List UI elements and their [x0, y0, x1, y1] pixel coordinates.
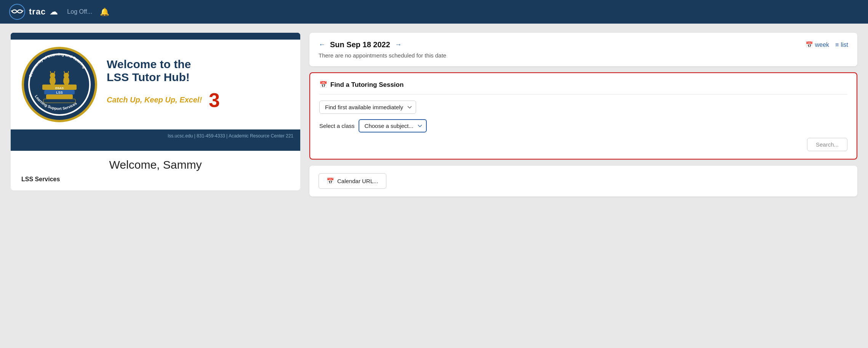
search-button[interactable]: Search... — [807, 138, 847, 151]
top-navigation: trac ☁ Log Off... 🔔 — [0, 0, 868, 24]
calendar-prev-button[interactable]: ← — [319, 41, 325, 49]
svg-text:DSAS: DSAS — [55, 86, 64, 90]
calendar-date: Sun Sep 18 2022 — [330, 40, 390, 49]
lss-services-label: LSS Services — [21, 176, 290, 183]
logo-area: trac ☁ — [9, 4, 58, 20]
calendar-plus-icon: 📅 — [319, 81, 327, 89]
logoff-button[interactable]: Log Off... — [67, 8, 92, 15]
welcome-greeting: Welcome, Sammy — [21, 158, 290, 171]
left-column: DSAS LSS Community of Learning and Tutor… — [11, 33, 300, 190]
calendar-url-button[interactable]: 📅 Calendar URL... — [319, 173, 386, 189]
banner-footer-text: lss.ucsc.edu | 831-459-4333 | Academic R… — [168, 133, 293, 139]
cloud-icon: ☁ — [50, 7, 58, 17]
banner-number: 3 — [209, 89, 220, 112]
welcome-section: Welcome, Sammy LSS Services — [11, 151, 300, 190]
search-row: Search... — [319, 138, 847, 151]
main-content: DSAS LSS Community of Learning and Tutor… — [0, 24, 868, 206]
subject-dropdown[interactable]: Choose a subject... — [359, 119, 427, 132]
list-icon: ≡ — [835, 42, 839, 48]
find-tutoring-title: 📅 Find a Tutoring Session — [319, 81, 847, 94]
calendar-week-icon: 📅 — [806, 41, 813, 48]
svg-text:LSS: LSS — [56, 91, 63, 94]
list-view-button[interactable]: ≡ list — [835, 42, 848, 48]
calendar-navigation: ← Sun Sep 18 2022 → — [319, 40, 402, 49]
calendar-next-button[interactable]: → — [395, 41, 402, 49]
banner-welcome-line2: LSS Tutor Hub! — [107, 71, 190, 83]
class-selector-row: Select a class Choose a subject... — [319, 119, 847, 132]
class-label: Select a class — [319, 123, 355, 129]
availability-row: Find first available immediately — [319, 101, 847, 114]
availability-dropdown[interactable]: Find first available immediately — [319, 101, 416, 114]
find-tutoring-card: 📅 Find a Tutoring Session Find first ava… — [309, 72, 857, 160]
svg-line-5 — [22, 11, 23, 11]
banner-text: Welcome to the LSS Tutor Hub! Catch Up, … — [107, 58, 220, 112]
right-column: ← Sun Sep 18 2022 → 📅 week ≡ list There … — [309, 33, 857, 196]
calendar-view-buttons: 📅 week ≡ list — [806, 41, 848, 48]
trac-logo-icon — [9, 4, 25, 20]
find-tutoring-body: Find first available immediately Select … — [319, 101, 847, 151]
calendar-url-card: 📅 Calendar URL... — [309, 166, 857, 196]
banner-welcome-line1: Welcome to the — [107, 58, 191, 70]
svg-rect-12 — [43, 99, 75, 103]
lss-logo: DSAS LSS Community of Learning and Tutor… — [21, 46, 98, 123]
svg-rect-11 — [46, 94, 73, 99]
calendar-card: ← Sun Sep 18 2022 → 📅 week ≡ list There … — [309, 33, 857, 66]
no-appointments-text: There are no appointments scheduled for … — [319, 52, 848, 59]
banner-tagline: Catch Up, Keep Up, Excel! — [107, 96, 202, 104]
calendar-url-icon: 📅 — [327, 177, 334, 185]
brand-name: trac — [29, 7, 46, 17]
calendar-header: ← Sun Sep 18 2022 → 📅 week ≡ list — [319, 40, 848, 49]
banner-area: DSAS LSS Community of Learning and Tutor… — [11, 33, 300, 151]
week-view-button[interactable]: 📅 week — [806, 41, 829, 48]
notifications-bell-icon[interactable]: 🔔 — [100, 7, 109, 16]
svg-line-4 — [11, 11, 12, 11]
svg-point-1 — [12, 10, 17, 13]
svg-point-2 — [18, 10, 22, 13]
